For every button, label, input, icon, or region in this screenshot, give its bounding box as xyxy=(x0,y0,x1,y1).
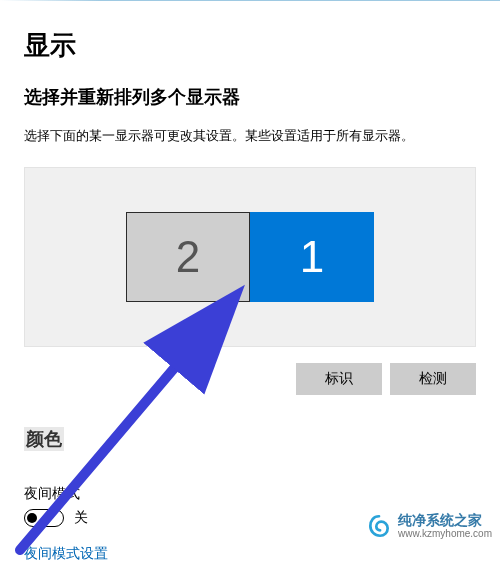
display-actions: 标识 检测 xyxy=(24,363,476,395)
identify-button[interactable]: 标识 xyxy=(296,363,382,395)
monitor-2-label: 2 xyxy=(176,232,200,282)
night-mode-settings-link[interactable]: 夜间模式设置 xyxy=(24,545,108,563)
monitor-1-label: 1 xyxy=(300,232,324,282)
page-title: 显示 xyxy=(24,28,476,63)
night-mode-label: 夜间模式 xyxy=(24,485,476,503)
watermark-url: www.kzmyhome.com xyxy=(398,529,492,539)
arrange-description: 选择下面的某一显示器可更改其设置。某些设置适用于所有显示器。 xyxy=(24,127,476,145)
display-arranger[interactable]: 2 1 xyxy=(24,167,476,347)
toggle-knob xyxy=(27,513,37,523)
color-section: 颜色 夜间模式 关 夜间模式设置 xyxy=(24,427,476,563)
night-mode-state: 关 xyxy=(74,509,88,527)
swirl-icon xyxy=(366,513,392,539)
color-heading: 颜色 xyxy=(24,427,64,451)
watermark: 纯净系统之家 www.kzmyhome.com xyxy=(366,512,492,539)
arrange-heading: 选择并重新排列多个显示器 xyxy=(24,85,476,109)
settings-display-panel: 显示 选择并重新排列多个显示器 选择下面的某一显示器可更改其设置。某些设置适用于… xyxy=(0,0,500,567)
monitor-2-tile[interactable]: 2 xyxy=(126,212,250,302)
detect-button[interactable]: 检测 xyxy=(390,363,476,395)
night-mode-toggle[interactable] xyxy=(24,509,64,527)
monitor-1-tile[interactable]: 1 xyxy=(250,212,374,302)
watermark-brand: 纯净系统之家 xyxy=(398,512,482,528)
